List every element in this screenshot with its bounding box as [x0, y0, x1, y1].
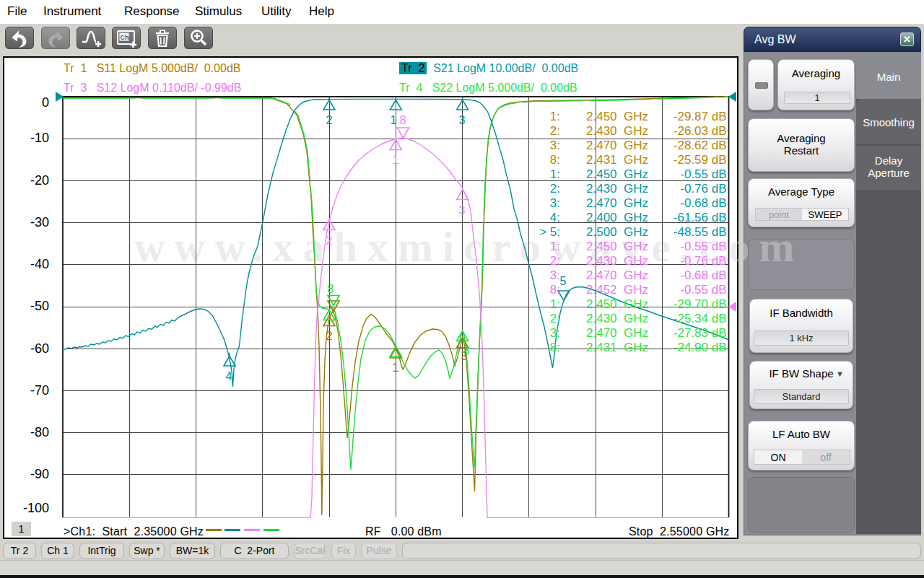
svg-text:4: 4	[226, 370, 232, 382]
svg-text:1: 1	[391, 114, 397, 126]
svg-text:8: 8	[400, 114, 406, 126]
svg-text:3: 3	[463, 344, 470, 356]
svg-text:5: 5	[560, 275, 567, 287]
svg-text:1: 1	[393, 154, 399, 166]
svg-text:1: 1	[393, 362, 399, 374]
svg-text:2: 2	[326, 330, 333, 342]
svg-text:2: 2	[326, 235, 333, 247]
svg-text:2: 2	[326, 114, 333, 126]
svg-text:3: 3	[459, 114, 466, 126]
svg-text:8: 8	[328, 283, 334, 295]
svg-text:3: 3	[459, 204, 466, 216]
